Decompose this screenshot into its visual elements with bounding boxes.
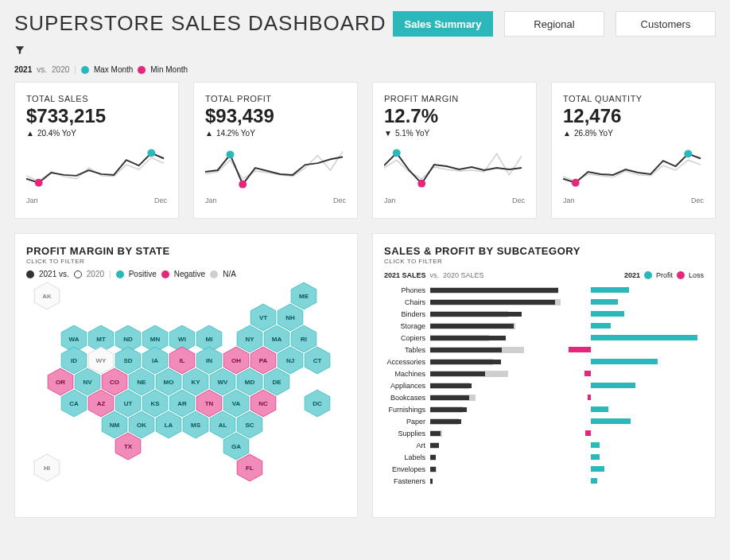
legend-vs: vs. [37, 65, 47, 74]
profit-row[interactable] [570, 439, 704, 451]
subcat-row[interactable]: Supplies [384, 427, 565, 439]
bar-2021 [430, 360, 501, 364]
sparkline-profit-margin [384, 146, 525, 193]
profit-row[interactable] [570, 296, 704, 308]
profit-row[interactable] [570, 427, 704, 439]
tab-customers[interactable]: Customers [615, 11, 716, 37]
bar-2021 [430, 300, 555, 305]
subcat-row[interactable]: Paper [384, 415, 565, 427]
profit-bar-positive [591, 311, 624, 317]
profit-row[interactable] [570, 391, 704, 403]
legend-year-current: 2021 [14, 65, 32, 74]
profit-row[interactable] [570, 451, 704, 463]
subcat-row[interactable]: Bookcases [384, 391, 565, 403]
subcat-row[interactable]: Art [384, 439, 565, 451]
hex-state-dc[interactable]: DC [303, 389, 332, 418]
delta-down-icon: ▼ [384, 129, 392, 138]
profit-bar-positive [591, 454, 600, 460]
axis-end: Dec [154, 196, 167, 204]
profit-row[interactable] [570, 403, 704, 415]
hex-state-hi[interactable]: HI [33, 453, 61, 482]
bar-2021 [430, 288, 558, 293]
subcat-legend: 2021 SALES vs. 2020 SALES 2021 Profit Lo… [384, 271, 704, 279]
profit-row[interactable] [570, 332, 704, 344]
profit-row[interactable] [570, 356, 704, 368]
bar-2021 [430, 455, 436, 460]
profit-bar-positive [591, 442, 600, 448]
subcat-row[interactable]: Storage [384, 320, 565, 332]
profit-bar-negative [588, 395, 591, 400]
profit-row[interactable] [570, 415, 704, 427]
subcat-label: Supplies [384, 430, 430, 438]
legend-year-prev: 2020 [52, 65, 69, 74]
na-chip [210, 270, 218, 278]
profit-bar-positive [591, 466, 604, 472]
subcat-row[interactable]: Envelopes [384, 463, 565, 475]
kpi-delta: ▼ 5.1% YoY [384, 129, 525, 138]
subcat-row[interactable]: Phones [384, 284, 565, 296]
subcat-label: Chairs [384, 298, 430, 306]
subcat-row[interactable]: Accessories [384, 356, 565, 368]
negative-chip [161, 270, 169, 278]
bar-2021 [430, 467, 436, 472]
subcat-row[interactable]: Chairs [384, 296, 565, 308]
subcat-label: Fasteners [384, 477, 430, 485]
tab-sales-summary[interactable]: Sales Summary [393, 11, 493, 37]
bar-2021 [430, 407, 467, 412]
profit-row[interactable] [570, 308, 704, 320]
kpi-total-profit[interactable]: TOTAL PROFIT $93,439 ▲ 14.2% YoY JanDec [193, 82, 358, 219]
kpi-total-sales[interactable]: TOTAL SALES $733,215 ▲ 20.4% YoY JanDec [14, 82, 179, 219]
svg-point-6 [684, 150, 692, 158]
profit-row[interactable] [570, 463, 704, 475]
hex-state-ct[interactable]: CT [303, 346, 332, 375]
subcat-row[interactable]: Labels [384, 451, 565, 463]
positive-chip [116, 270, 124, 278]
subcat-label: Labels [384, 453, 430, 461]
kpi-delta: ▲ 14.2% YoY [205, 129, 346, 138]
subcat-row[interactable]: Tables [384, 344, 565, 356]
hex-state-ak[interactable]: AK [33, 282, 61, 310]
bar-2021 [430, 383, 472, 388]
max-month-chip [81, 66, 89, 74]
svg-point-2 [227, 150, 235, 158]
hex-state-ms[interactable]: MS [181, 410, 210, 439]
profit-row[interactable] [570, 368, 704, 379]
tab-regional[interactable]: Regional [504, 11, 604, 37]
kpi-profit-margin[interactable]: PROFIT MARGIN 12.7% ▼ 5.1% YoY JanDec [372, 82, 537, 219]
profit-row[interactable] [570, 379, 704, 391]
subcat-row[interactable]: Appliances [384, 379, 565, 391]
hex-state-fl[interactable]: FL [235, 453, 264, 482]
hex-state-tx[interactable]: TX [114, 432, 142, 461]
panel-profit-margin-by-state: PROFIT MARGIN BY STATE CLICK TO FILTER 2… [14, 233, 358, 518]
profit-row[interactable] [570, 475, 704, 487]
profit-row[interactable] [570, 344, 704, 356]
profit-bar-positive [591, 335, 697, 340]
subcat-row[interactable]: Copiers [384, 332, 565, 344]
panel-title: PROFIT MARGIN BY STATE [26, 245, 346, 257]
subcat-row[interactable]: Fasteners [384, 475, 565, 487]
profit-bar-negative [569, 347, 591, 352]
profit-row[interactable] [570, 320, 704, 332]
subcat-row[interactable]: Furnishings [384, 403, 565, 415]
profit-bar-positive [591, 478, 597, 484]
subcat-row[interactable]: Machines [384, 368, 565, 379]
legend-max: Max Month [94, 65, 133, 74]
subcat-label: Accessories [384, 358, 430, 366]
profit-row[interactable] [570, 284, 704, 296]
kpi-total-quantity[interactable]: TOTAL QUANTITY 12,476 ▲ 26.8% YoY JanDec [551, 82, 716, 219]
filter-icon[interactable] [14, 45, 25, 59]
subcat-label: Tables [384, 346, 430, 354]
svg-point-4 [393, 149, 401, 157]
kpi-delta: ▲ 26.8% YoY [563, 129, 704, 138]
kpi-delta: ▲ 20.4% YoY [26, 129, 167, 138]
bar-2021 [430, 479, 433, 484]
hex-state-ca[interactable]: CA [60, 389, 88, 418]
subcat-label: Storage [384, 322, 430, 330]
hex-map: AKMEVTNHWAMTNDMNWIMINYMARIIDWYSDIAILINOH… [26, 283, 346, 490]
delta-up-icon: ▲ [563, 129, 571, 138]
map-legend: 2021 vs. 2020 | Positive Negative N/A [26, 270, 346, 278]
subcat-row[interactable]: Binders [384, 308, 565, 320]
profit-bar-positive [591, 406, 608, 412]
profit-chip [644, 271, 652, 279]
hex-state-la[interactable]: LA [154, 410, 183, 439]
